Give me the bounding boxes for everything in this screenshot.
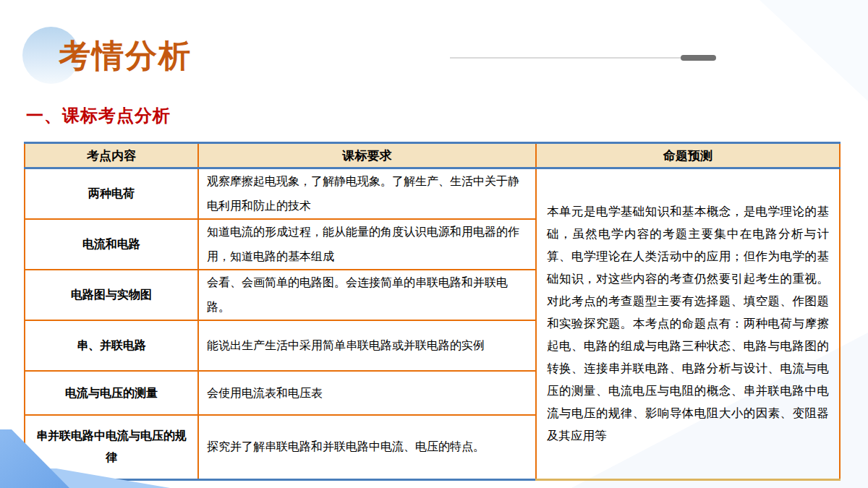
requirement-cell: 会使用电流表和电压表 — [198, 371, 536, 415]
topic-cell: 电路图与实物图 — [25, 270, 198, 320]
slide: 考情分析 一、课标考点分析 考点内容 课标要求 命题预测 两种电荷 观察摩擦起电… — [0, 0, 868, 488]
header-topic: 考点内容 — [25, 143, 198, 168]
table-row: 两种电荷 观察摩擦起电现象，了解静电现象。了解生产、生活中关于静电利用和防止的技… — [25, 168, 840, 220]
bg-accent-bottom-left — [0, 427, 174, 488]
requirement-cell: 观察摩擦起电现象，了解静电现象。了解生产、生活中关于静电利用和防止的技术 — [198, 168, 536, 220]
prediction-cell: 本单元是电学基础知识和基本概念，是电学理论的基础，虽然电学内容的考题主要集中在电… — [536, 168, 840, 480]
requirement-cell: 能说出生产生活中采用简单串联电路或并联电路的实例 — [198, 320, 536, 371]
section-heading: 一、课标考点分析 — [26, 104, 171, 127]
page-title: 考情分析 — [59, 35, 192, 77]
requirement-cell: 知道电流的形成过程，能从能量的角度认识电源和用电器的作用，知道电路的基本组成 — [198, 219, 536, 270]
topic-cell: 电流和电路 — [25, 219, 198, 270]
topic-cell: 电流与电压的测量 — [25, 371, 198, 415]
table-header-row: 考点内容 课标要求 命题预测 — [25, 143, 840, 168]
topic-cell: 串、并联电路 — [25, 320, 198, 371]
requirement-cell: 会看、会画简单的电路图。会连接简单的串联电路和并联电路。 — [198, 270, 536, 320]
topic-cell: 两种电荷 — [25, 168, 198, 220]
header-prediction: 命题预测 — [536, 143, 840, 168]
divider-line-cap — [681, 55, 716, 61]
divider-line — [450, 57, 715, 59]
bg-accent-top-right — [760, 0, 868, 101]
requirement-cell: 探究并了解串联电路和并联电路中电流、电压的特点。 — [198, 415, 536, 479]
header-requirement: 课标要求 — [198, 143, 536, 168]
